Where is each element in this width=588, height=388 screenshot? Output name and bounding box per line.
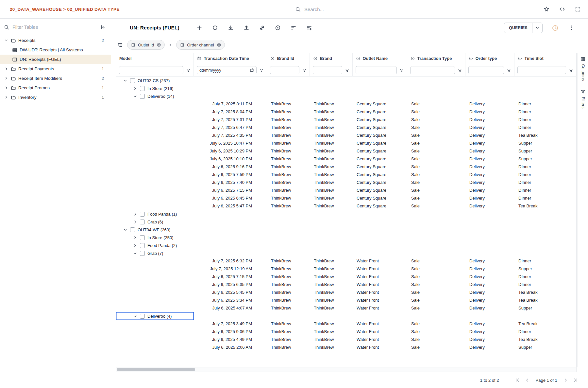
data-cell[interactable]: Supper — [514, 304, 576, 312]
model-cell[interactable] — [116, 163, 194, 171]
data-cell[interactable]: July 7, 2025 7:31 PM — [194, 116, 267, 124]
group-chip-order-channel[interactable]: Order channel — [176, 40, 225, 50]
data-cell[interactable]: Century Square — [353, 171, 407, 179]
collapse-sidebar-icon[interactable] — [100, 25, 106, 30]
data-cell[interactable]: Delivery — [465, 194, 514, 202]
data-cell[interactable]: July 7, 2025 8:11 PM — [194, 100, 267, 108]
code-icon[interactable] — [559, 6, 565, 12]
date-filter-input[interactable]: dd/mm/yyyy — [197, 66, 257, 74]
data-cell[interactable]: July 7, 2025 6:32 PM — [194, 257, 267, 265]
data-cell[interactable]: ThinkBrew — [267, 202, 310, 210]
model-cell[interactable] — [116, 108, 194, 116]
column-header-transaction-type[interactable]: Transaction Type — [407, 53, 465, 64]
data-cell[interactable]: Delivery — [465, 344, 514, 351]
group-checkbox[interactable] — [140, 220, 145, 224]
data-cell[interactable]: July 6, 2025 10:29 PM — [194, 147, 267, 155]
model-cell[interactable] — [116, 171, 194, 179]
data-cell[interactable]: ThinkBrew — [267, 336, 310, 344]
model-cell[interactable] — [116, 273, 194, 281]
data-cell[interactable]: DInner — [514, 163, 576, 171]
upload-icon[interactable] — [244, 25, 249, 31]
model-cell[interactable] — [116, 336, 194, 344]
data-cell[interactable]: Century Square — [353, 186, 407, 194]
group-row[interactable]: Deliveroo (4) — [116, 312, 576, 320]
filter-input-model[interactable] — [119, 66, 183, 74]
data-cell[interactable]: ThinkBrew — [267, 100, 310, 108]
data-cell[interactable]: Delivery — [465, 116, 514, 124]
sidebar-folder-receipt-promos[interactable]: Receipt Promos1 — [0, 83, 111, 93]
data-cell[interactable]: July 6, 2025 10:47 PM — [194, 139, 267, 147]
data-cell[interactable]: ThinkBrew — [267, 155, 310, 163]
data-cell[interactable]: ThinkBrew — [267, 171, 310, 179]
group-row[interactable]: In Store (250) — [116, 234, 576, 241]
data-cell[interactable]: Century Square — [353, 202, 407, 210]
data-row[interactable]: July 7, 2025 7:31 PMThinkBrewThinkBrewCe… — [116, 116, 576, 124]
data-cell[interactable]: Century Square — [353, 100, 407, 108]
filter-input-time-slot[interactable] — [517, 66, 566, 74]
data-cell[interactable]: Century Square — [353, 194, 407, 202]
group-row[interactable]: In Store (216) — [116, 84, 576, 92]
data-cell[interactable]: Sale — [407, 296, 465, 304]
scrollbar-thumb[interactable] — [117, 368, 195, 371]
horizontal-scrollbar[interactable] — [116, 367, 577, 372]
data-cell[interactable]: ThinkBrew — [310, 265, 353, 273]
data-cell[interactable]: Delivery — [465, 124, 514, 132]
data-cell[interactable]: Sale — [407, 281, 465, 289]
filters-panel-tab[interactable]: Filters — [580, 89, 585, 109]
data-cell[interactable]: ThinkBrew — [310, 132, 353, 139]
group-row[interactable]: Food Panda (1) — [116, 210, 576, 218]
filter-input-transaction-type[interactable] — [410, 66, 455, 74]
data-cell[interactable]: ThinkBrew — [310, 202, 353, 210]
data-cell[interactable]: Delivery — [465, 163, 514, 171]
collapse-caret-icon[interactable] — [4, 38, 8, 43]
data-cell[interactable]: July 6, 2025 4:07 AM — [194, 304, 267, 312]
model-cell[interactable] — [116, 328, 194, 336]
group-checkbox[interactable] — [140, 212, 145, 217]
data-cell[interactable]: ThinkBrew — [267, 108, 310, 116]
group-cell[interactable]: Grab (6) — [116, 218, 194, 226]
data-cell[interactable]: Sale — [407, 186, 465, 194]
data-row[interactable]: July 6, 2025 4:49 PMThinkBrewThinkBrewWa… — [116, 336, 576, 344]
data-cell[interactable]: Sale — [407, 289, 465, 296]
data-cell[interactable]: ThinkBrew — [267, 124, 310, 132]
sidebar-table-un-receipts-fuel[interactable]: UN: Receipts (FUEL) — [0, 55, 111, 64]
next-page-icon[interactable] — [563, 378, 568, 383]
refresh-icon[interactable] — [212, 25, 218, 31]
chevron-down-icon[interactable] — [532, 23, 542, 33]
data-cell[interactable]: Delivery — [465, 179, 514, 186]
data-cell[interactable]: ThinkBrew — [310, 116, 353, 124]
group-row[interactable]: Grab (7) — [116, 249, 576, 257]
filter-funnel-icon[interactable] — [345, 68, 349, 73]
data-cell[interactable]: Supper — [514, 265, 576, 273]
data-cell[interactable]: Sale — [407, 344, 465, 351]
data-cell[interactable]: July 6, 2025 6:35 PM — [194, 281, 267, 289]
first-page-icon[interactable] — [515, 378, 520, 383]
collapse-group-icon[interactable] — [123, 228, 127, 232]
group-cell[interactable]: In Store (216) — [116, 84, 194, 92]
data-cell[interactable]: ThinkBrew — [267, 147, 310, 155]
group-checkbox[interactable] — [140, 251, 145, 256]
data-cell[interactable]: Sale — [407, 202, 465, 210]
model-cell[interactable] — [116, 194, 194, 202]
data-cell[interactable]: Century Square — [353, 147, 407, 155]
favorite-star-icon[interactable] — [544, 6, 549, 12]
model-cell[interactable] — [116, 265, 194, 273]
last-page-icon[interactable] — [573, 378, 578, 383]
group-cell[interactable]: OUT04-WF (263) — [116, 226, 194, 234]
data-cell[interactable]: Tea Break — [514, 202, 576, 210]
link-icon[interactable] — [259, 25, 265, 31]
group-checkbox[interactable] — [130, 78, 135, 83]
sidebar-folder-inventory[interactable]: Inventory1 — [0, 93, 111, 102]
column-header-brand-id[interactable]: Brand Id — [267, 53, 310, 64]
data-cell[interactable]: Sale — [407, 139, 465, 147]
model-cell[interactable] — [116, 344, 194, 351]
data-row[interactable]: July 6, 2025 10:29 PMThinkBrewThinkBrewC… — [116, 147, 576, 155]
data-cell[interactable]: Tea Break — [514, 320, 576, 328]
data-cell[interactable]: Tea Break — [514, 296, 576, 304]
sidebar-folder-receipt-item-modifiers[interactable]: Receipt Item Modifiers2 — [0, 74, 111, 83]
group-cell[interactable]: Deliveroo (4) — [116, 312, 194, 320]
plus-icon[interactable] — [196, 25, 202, 31]
data-cell[interactable]: Delivery — [465, 108, 514, 116]
collapse-group-icon[interactable] — [133, 94, 137, 98]
data-cell[interactable]: Water Front — [353, 328, 407, 336]
